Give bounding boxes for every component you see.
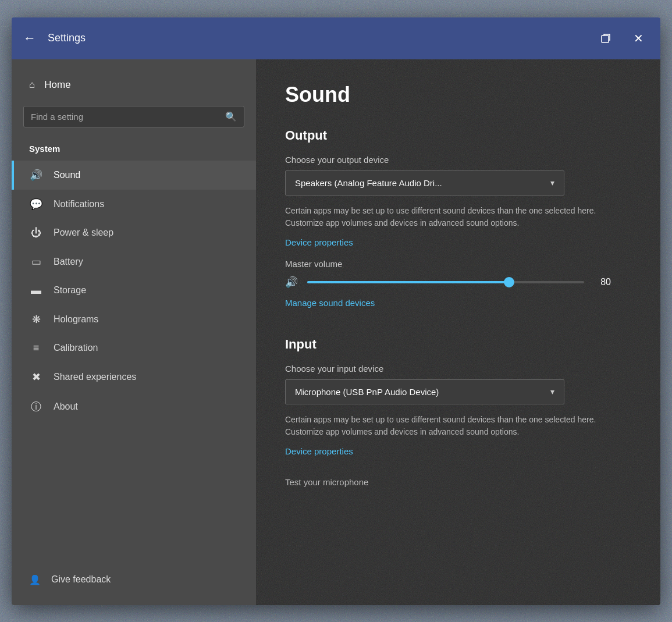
holograms-icon: ❋ xyxy=(29,313,43,326)
main-content: Sound Output Choose your output device S… xyxy=(256,59,660,605)
output-device-dropdown[interactable]: Speakers (Analog Feature Audio Dri... ▾ xyxy=(285,170,564,196)
test-microphone-label: Test your microphone xyxy=(285,477,631,487)
volume-slider-track[interactable] xyxy=(307,281,584,283)
sidebar-item-feedback[interactable]: 👤 Give feedback xyxy=(12,566,256,593)
back-button[interactable]: ← xyxy=(23,31,36,46)
input-info-text: Certain apps may be set up to use differ… xyxy=(285,414,623,438)
sidebar-item-power[interactable]: ⏻ Power & sleep xyxy=(12,219,256,247)
volume-label: Master volume xyxy=(285,259,631,269)
svg-rect-0 xyxy=(602,35,609,42)
output-device-label: Choose your output device xyxy=(285,155,631,165)
power-icon: ⏻ xyxy=(29,227,43,239)
input-device-properties-link[interactable]: Device properties xyxy=(285,446,353,456)
volume-slider-thumb[interactable] xyxy=(504,277,514,287)
feedback-icon: 👤 xyxy=(29,574,41,585)
volume-slider-fill xyxy=(307,281,509,283)
settings-window: ← Settings ✕ ⌂ Home 🔍 xyxy=(12,17,660,605)
sidebar-item-notifications[interactable]: 💬 Notifications xyxy=(12,190,256,219)
calibration-icon: ≡ xyxy=(29,342,43,354)
about-icon: ⓘ xyxy=(29,400,43,414)
sidebar-item-battery[interactable]: ▭ Battery xyxy=(12,247,256,276)
volume-slider-row: 🔊 80 xyxy=(285,276,611,289)
search-box[interactable]: 🔍 xyxy=(23,106,244,127)
sidebar-item-calibration[interactable]: ≡ Calibration xyxy=(12,334,256,362)
page-title: Sound xyxy=(285,83,631,107)
sidebar-item-shared[interactable]: ✖ Shared experiences xyxy=(12,362,256,392)
titlebar-controls: ✕ xyxy=(595,28,649,49)
storage-icon: ▬ xyxy=(29,285,43,297)
sidebar-item-sound[interactable]: 🔊 Sound xyxy=(12,161,256,190)
search-icon: 🔍 xyxy=(225,111,237,122)
close-button[interactable]: ✕ xyxy=(628,28,649,49)
manage-sound-devices-link[interactable]: Manage sound devices xyxy=(285,298,375,308)
volume-section: Master volume 🔊 80 xyxy=(285,259,631,289)
input-device-label: Choose your input device xyxy=(285,364,631,374)
chevron-down-icon: ▾ xyxy=(550,178,554,187)
volume-icon: 🔊 xyxy=(285,276,298,289)
battery-icon: ▭ xyxy=(29,255,43,268)
sidebar-section-title: System xyxy=(12,139,256,161)
input-section-title: Input xyxy=(285,337,631,352)
home-icon: ⌂ xyxy=(29,79,35,91)
output-device-properties-link[interactable]: Device properties xyxy=(285,237,353,247)
notifications-icon: 💬 xyxy=(29,198,43,211)
output-info-text: Certain apps may be set up to use differ… xyxy=(285,205,623,229)
volume-value: 80 xyxy=(593,277,611,287)
sidebar-item-holograms[interactable]: ❋ Holograms xyxy=(12,305,256,334)
output-section-title: Output xyxy=(285,128,631,143)
shared-icon: ✖ xyxy=(29,371,43,383)
input-device-dropdown[interactable]: Microphone (USB PnP Audio Device) ▾ xyxy=(285,379,564,404)
sound-icon: 🔊 xyxy=(29,169,43,182)
titlebar-title: Settings xyxy=(48,32,595,44)
content-area: ⌂ Home 🔍 System 🔊 Sound 💬 Notifications … xyxy=(12,59,660,605)
sidebar: ⌂ Home 🔍 System 🔊 Sound 💬 Notifications … xyxy=(12,59,256,605)
window-restore-button[interactable] xyxy=(595,28,616,49)
sidebar-item-storage[interactable]: ▬ Storage xyxy=(12,276,256,305)
search-input[interactable] xyxy=(31,112,225,122)
sidebar-item-home[interactable]: ⌂ Home xyxy=(12,71,256,99)
sidebar-item-about[interactable]: ⓘ About xyxy=(12,392,256,422)
titlebar: ← Settings ✕ xyxy=(12,17,660,59)
chevron-down-icon-input: ▾ xyxy=(550,387,554,396)
